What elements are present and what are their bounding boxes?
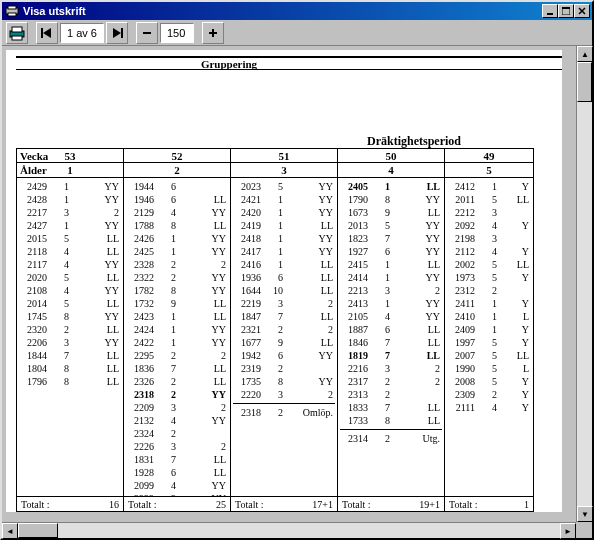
data-row: 21294YY — [126, 206, 228, 219]
scroll-track-h[interactable] — [18, 523, 560, 538]
week-number: 49 — [445, 149, 533, 163]
vertical-scrollbar[interactable]: ▲ ▼ — [576, 46, 592, 522]
titlebar: Visa utskrift — [2, 2, 592, 20]
data-row: 18317LL — [126, 453, 228, 466]
minimize-button[interactable] — [542, 4, 558, 18]
data-row: 23222YY — [126, 271, 228, 284]
data-row: 21084YY — [19, 284, 121, 297]
column-51: 51320235YY24211YY24201YY24191LL24181YY24… — [230, 148, 338, 512]
data-row: 21114Y — [447, 401, 531, 414]
data-row: 23202LL — [19, 323, 121, 336]
column-53: 53124291YY24281YY22173224271YY20155LL211… — [16, 148, 124, 512]
print-button[interactable] — [6, 22, 28, 44]
nav-next-button[interactable] — [106, 22, 128, 44]
svg-rect-2 — [8, 13, 16, 16]
svg-rect-10 — [121, 28, 123, 38]
row-header-labels: Vecka Ålder — [16, 148, 48, 176]
data-row: 20924Y — [447, 219, 531, 232]
zoom-in-button[interactable] — [202, 22, 224, 44]
column-body: 1944619466LL21294YY17888LL24261YY24251YY… — [124, 178, 230, 496]
page-viewport: Gruppering Dräktighetsperiod 53124291YY2… — [2, 46, 576, 522]
zoom-out-button[interactable] — [136, 22, 158, 44]
horizontal-scrollbar[interactable]: ◄ ► — [2, 522, 576, 538]
data-row: 22063YY — [19, 336, 121, 349]
data-row: 20994YY — [126, 479, 228, 492]
scroll-track-v[interactable] — [577, 62, 592, 506]
scroll-left-button[interactable]: ◄ — [2, 523, 18, 539]
data-row: 20085Y — [447, 375, 531, 388]
data-row: 222632 — [126, 440, 228, 453]
scroll-thumb-h[interactable] — [18, 523, 58, 538]
report-table: 53124291YY24281YY22173224271YY20155LL211… — [16, 148, 562, 512]
data-row: 222032 — [233, 388, 335, 401]
data-row: 24171YY — [233, 245, 335, 258]
data-row: 19735Y — [447, 271, 531, 284]
data-row: 221932 — [233, 297, 335, 310]
zoom-value[interactable]: 150 — [160, 23, 194, 43]
data-row: 19286LL — [126, 466, 228, 479]
data-row: 23182YY — [126, 388, 228, 401]
age-number: 4 — [338, 163, 444, 177]
column-body: 24291YY24281YY22173224271YY20155LL21184L… — [17, 178, 123, 496]
column-header: 522 — [124, 148, 230, 178]
data-row: 22123 — [447, 206, 531, 219]
data-row: 21184LL — [19, 245, 121, 258]
data-row: 18237YY — [340, 232, 442, 245]
scroll-thumb-v[interactable] — [577, 62, 592, 102]
data-row: 23242 — [126, 427, 228, 440]
age-number: 3 — [231, 163, 337, 177]
group-header: Gruppering — [16, 56, 562, 70]
column-footer: Totalt :16 — [17, 496, 123, 512]
svg-rect-1 — [8, 6, 16, 9]
data-row: 20205LL — [19, 271, 121, 284]
data-row: 18477LL — [233, 310, 335, 323]
data-row: 19905L — [447, 362, 531, 375]
content-area: Gruppering Dräktighetsperiod 53124291YY2… — [2, 46, 592, 522]
maximize-button[interactable] — [558, 4, 574, 18]
data-row: 19276YY — [340, 245, 442, 258]
age-number: 5 — [445, 163, 533, 177]
data-row: 19446 — [126, 180, 228, 193]
data-row: 24191LL — [233, 219, 335, 232]
column-footer: Totalt :25 — [124, 496, 230, 512]
data-row: 221632 — [340, 362, 442, 375]
data-row: 20075LL — [447, 349, 531, 362]
scroll-right-button[interactable]: ► — [560, 523, 576, 539]
nav-page-label: 1 av 6 — [60, 23, 104, 43]
separator — [233, 403, 335, 404]
toolbar: 1 av 6 150 — [2, 20, 592, 46]
svg-rect-8 — [12, 36, 22, 40]
data-row: 24211YY — [233, 193, 335, 206]
svg-rect-3 — [547, 13, 553, 15]
data-row: 21124Y — [447, 245, 531, 258]
data-row: 20235YY — [233, 180, 335, 193]
data-row: 23192 — [233, 362, 335, 375]
data-row: 220932 — [126, 401, 228, 414]
column-49: 49524121Y20115LL2212320924Y2198321124Y20… — [444, 148, 534, 512]
data-row: 19975Y — [447, 336, 531, 349]
close-button[interactable] — [574, 4, 590, 18]
data-row: 18337LL — [340, 401, 442, 414]
data-row: 21174YY — [19, 258, 121, 271]
data-row: 24241YY — [126, 323, 228, 336]
data-row: 24271YY — [19, 219, 121, 232]
data-row: 23122 — [447, 284, 531, 297]
data-row: 229522 — [126, 349, 228, 362]
data-row: 24231LL — [126, 310, 228, 323]
nav-first-button[interactable] — [36, 22, 58, 44]
data-row: 231722 — [340, 375, 442, 388]
app-icon — [4, 4, 20, 18]
header-vecka: Vecka — [16, 148, 48, 162]
data-row: 20145LL — [19, 297, 121, 310]
window-title: Visa utskrift — [23, 5, 542, 17]
scroll-up-button[interactable]: ▲ — [577, 46, 593, 62]
data-row: 232822 — [126, 258, 228, 271]
column-footer: Totalt :17+1 — [231, 496, 337, 512]
separator — [340, 429, 442, 430]
data-row: 24281YY — [19, 193, 121, 206]
scroll-down-button[interactable]: ▼ — [577, 506, 593, 522]
data-row: 21983 — [447, 232, 531, 245]
svg-rect-13 — [212, 29, 214, 37]
column-header: 504 — [338, 148, 444, 178]
column-footer: Totalt :1 — [445, 496, 533, 512]
